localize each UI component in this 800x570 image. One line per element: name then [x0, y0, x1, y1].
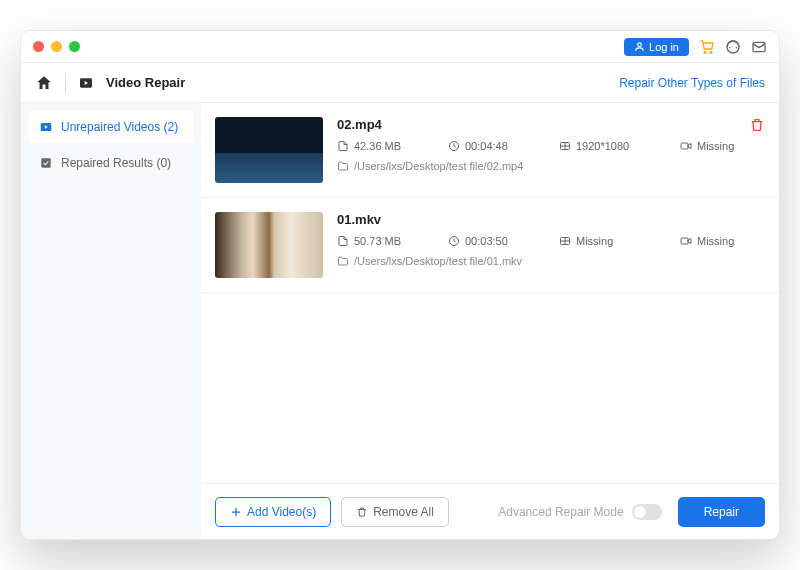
footer: Add Video(s) Remove All Advanced Repair …: [201, 483, 779, 539]
login-button[interactable]: Log in: [624, 38, 689, 56]
camera-icon: [680, 235, 692, 247]
repair-other-link[interactable]: Repair Other Types of Files: [619, 76, 765, 90]
svg-rect-13: [681, 238, 688, 244]
footer-left: Add Video(s) Remove All: [215, 497, 449, 527]
file-resolution: Missing: [559, 235, 654, 247]
advanced-toggle[interactable]: [632, 504, 662, 520]
window-controls: [33, 41, 80, 52]
body: Unrepaired Videos (2) Repaired Results (…: [21, 103, 779, 539]
minimize-window[interactable]: [51, 41, 62, 52]
svg-point-0: [638, 43, 642, 47]
header: Video Repair Repair Other Types of Files: [21, 63, 779, 103]
file-icon: [337, 235, 349, 247]
remove-all-button[interactable]: Remove All: [341, 497, 449, 527]
thumbnail[interactable]: [215, 212, 323, 278]
file-size: 50.73 MB: [337, 235, 422, 247]
video-icon: [39, 120, 53, 134]
repair-button[interactable]: Repair: [678, 497, 765, 527]
sidebar-item-label: Repaired Results (0): [61, 156, 171, 170]
file-meta: 02.mp4 42.36 MB 00:04:48: [337, 117, 765, 183]
file-icon: [337, 140, 349, 152]
meta-row: 50.73 MB 00:03:50 Missing: [337, 235, 765, 247]
maximize-window[interactable]: [69, 41, 80, 52]
file-resolution: 1920*1080: [559, 140, 654, 152]
file-meta: 01.mkv 50.73 MB 00:03:50: [337, 212, 765, 278]
camera-icon: [680, 140, 692, 152]
close-window[interactable]: [33, 41, 44, 52]
support-icon[interactable]: [725, 39, 741, 55]
meta-row: 42.36 MB 00:04:48 1920*1080: [337, 140, 765, 152]
resolution-icon: [559, 140, 571, 152]
file-path: /Users/lxs/Desktop/test file/02.mp4: [337, 160, 765, 172]
file-size: 42.36 MB: [337, 140, 422, 152]
resolution-icon: [559, 235, 571, 247]
file-list: 02.mp4 42.36 MB 00:04:48: [201, 103, 779, 483]
page-title: Video Repair: [106, 75, 185, 90]
advanced-mode: Advanced Repair Mode: [498, 504, 661, 520]
mail-icon[interactable]: [751, 39, 767, 55]
sidebar: Unrepaired Videos (2) Repaired Results (…: [21, 103, 201, 539]
main: 02.mp4 42.36 MB 00:04:48: [201, 103, 779, 539]
titlebar-actions: Log in: [624, 38, 767, 56]
thumbnail[interactable]: [215, 117, 323, 183]
svg-point-1: [704, 51, 706, 53]
header-left: Video Repair: [35, 74, 185, 92]
trash-icon: [356, 506, 368, 518]
sidebar-item-label: Unrepaired Videos (2): [61, 120, 178, 134]
trash-icon: [749, 117, 765, 133]
add-video-button[interactable]: Add Video(s): [215, 497, 331, 527]
video-repair-icon: [78, 75, 94, 91]
results-icon: [39, 156, 53, 170]
home-icon[interactable]: [35, 74, 53, 92]
footer-right: Advanced Repair Mode Repair: [498, 497, 765, 527]
plus-icon: [230, 506, 242, 518]
divider: [65, 74, 66, 92]
file-name: 02.mp4: [337, 117, 765, 132]
app-window: Log in Video Repair Repair Other Types: [20, 30, 780, 540]
file-camera: Missing: [680, 140, 765, 152]
cart-icon[interactable]: [699, 39, 715, 55]
file-name: 01.mkv: [337, 212, 765, 227]
login-label: Log in: [649, 41, 679, 53]
file-card: 01.mkv 50.73 MB 00:03:50: [201, 198, 779, 293]
sidebar-item-repaired[interactable]: Repaired Results (0): [29, 147, 193, 179]
clock-icon: [448, 235, 460, 247]
delete-button[interactable]: [749, 117, 765, 133]
titlebar: Log in: [21, 31, 779, 63]
user-icon: [634, 41, 645, 52]
folder-icon: [337, 160, 349, 172]
file-card: 02.mp4 42.36 MB 00:04:48: [201, 103, 779, 198]
svg-rect-10: [681, 143, 688, 149]
sidebar-item-unrepaired[interactable]: Unrepaired Videos (2): [29, 111, 193, 143]
clock-icon: [448, 140, 460, 152]
svg-rect-7: [41, 158, 50, 167]
file-camera: Missing: [680, 235, 765, 247]
file-duration: 00:04:48: [448, 140, 533, 152]
file-duration: 00:03:50: [448, 235, 533, 247]
file-path: /Users/lxs/Desktop/test file/01.mkv: [337, 255, 765, 267]
folder-icon: [337, 255, 349, 267]
svg-point-2: [710, 51, 712, 53]
